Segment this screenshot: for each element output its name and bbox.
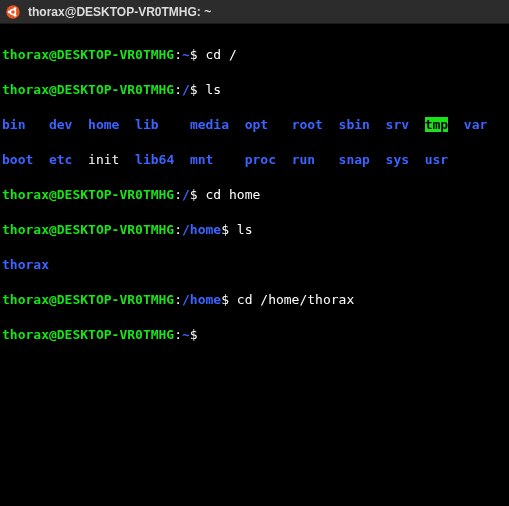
dir-entry: media <box>190 117 229 132</box>
dir-entry: run <box>292 152 315 167</box>
ls-output-row: bin dev home lib media opt root sbin srv… <box>2 116 507 134</box>
prompt-path: ~ <box>182 47 190 62</box>
ls-output-row: thorax <box>2 256 507 274</box>
svg-point-4 <box>14 13 17 16</box>
dir-entry: boot <box>2 152 33 167</box>
prompt-line: thorax@DESKTOP-VR0TMHG:~$ cd / <box>2 46 507 64</box>
dir-entry: home <box>88 117 119 132</box>
dir-entry: lib64 <box>135 152 174 167</box>
svg-point-3 <box>14 7 17 10</box>
ls-output-row: boot etc init lib64 mnt proc run snap sy… <box>2 151 507 169</box>
prompt-host: DESKTOP-VR0TMHG <box>57 47 174 62</box>
command-text: ls <box>237 222 253 237</box>
dir-entry: sbin <box>339 117 370 132</box>
dir-entry-sticky: tmp <box>425 117 448 132</box>
prompt-line: thorax@DESKTOP-VR0TMHG:/home$ ls <box>2 221 507 239</box>
dir-entry: sys <box>386 152 409 167</box>
file-entry: init <box>88 152 119 167</box>
command-text: ls <box>206 82 222 97</box>
window-title: thorax@DESKTOP-VR0TMHG: ~ <box>28 5 211 19</box>
dir-entry: dev <box>49 117 72 132</box>
dir-entry: opt <box>245 117 268 132</box>
prompt-line: thorax@DESKTOP-VR0TMHG:/$ cd home <box>2 186 507 204</box>
dir-entry: proc <box>245 152 276 167</box>
ubuntu-logo-icon <box>6 5 20 19</box>
dir-entry: usr <box>425 152 448 167</box>
prompt-line: thorax@DESKTOP-VR0TMHG:/home$ cd /home/t… <box>2 291 507 309</box>
dir-entry: thorax <box>2 257 49 272</box>
dir-entry: lib <box>135 117 158 132</box>
terminal-body[interactable]: thorax@DESKTOP-VR0TMHG:~$ cd / thorax@DE… <box>0 24 509 365</box>
svg-point-2 <box>8 10 11 13</box>
prompt-line: thorax@DESKTOP-VR0TMHG:/$ ls <box>2 81 507 99</box>
command-text: cd home <box>206 187 261 202</box>
dir-entry: root <box>292 117 323 132</box>
dir-entry: etc <box>49 152 72 167</box>
dir-entry: var <box>464 117 487 132</box>
prompt-user: thorax <box>2 47 49 62</box>
command-text: cd /home/thorax <box>237 292 354 307</box>
command-text: cd / <box>206 47 237 62</box>
dir-entry: bin <box>2 117 25 132</box>
dir-entry: mnt <box>190 152 213 167</box>
dir-entry: srv <box>386 117 409 132</box>
dir-entry: snap <box>339 152 370 167</box>
title-bar: thorax@DESKTOP-VR0TMHG: ~ <box>0 0 509 24</box>
prompt-line-active[interactable]: thorax@DESKTOP-VR0TMHG:~$ <box>2 326 507 344</box>
